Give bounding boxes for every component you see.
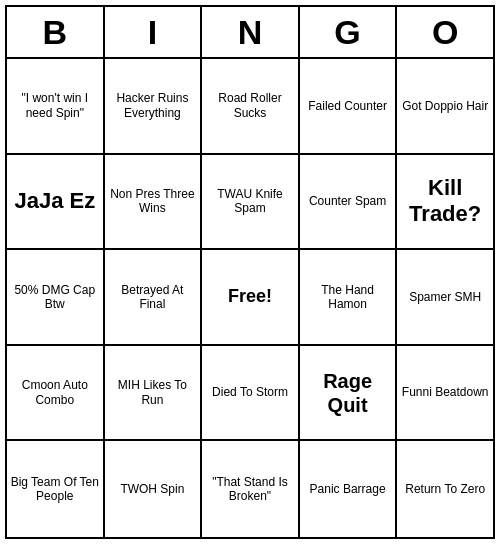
bingo-row-0: "I won't win I need Spin"Hacker Ruins Ev… bbox=[7, 59, 493, 155]
bingo-grid: "I won't win I need Spin"Hacker Ruins Ev… bbox=[7, 59, 493, 537]
bingo-cell-0-4: Got Doppio Hair bbox=[397, 59, 493, 155]
header-letter-n: N bbox=[202, 7, 300, 59]
bingo-cell-0-1: Hacker Ruins Everything bbox=[105, 59, 203, 155]
bingo-cell-2-1: Betrayed At Final bbox=[105, 250, 203, 346]
bingo-header: BINGO bbox=[7, 7, 493, 59]
bingo-cell-1-0: JaJa Ez bbox=[7, 155, 105, 251]
bingo-row-4: Big Team Of Ten PeopleTWOH Spin"That Sta… bbox=[7, 441, 493, 537]
header-letter-g: G bbox=[300, 7, 398, 59]
bingo-cell-1-4: Kill Trade? bbox=[397, 155, 493, 251]
bingo-cell-4-1: TWOH Spin bbox=[105, 441, 203, 537]
bingo-cell-1-1: Non Pres Three Wins bbox=[105, 155, 203, 251]
bingo-row-3: Cmoon Auto ComboMIH Likes To RunDied To … bbox=[7, 346, 493, 442]
bingo-cell-1-2: TWAU Knife Spam bbox=[202, 155, 300, 251]
header-letter-b: B bbox=[7, 7, 105, 59]
bingo-cell-0-2: Road Roller Sucks bbox=[202, 59, 300, 155]
header-letter-i: I bbox=[105, 7, 203, 59]
bingo-cell-4-3: Panic Barrage bbox=[300, 441, 398, 537]
bingo-cell-3-3: Rage Quit bbox=[300, 346, 398, 442]
bingo-cell-2-0: 50% DMG Cap Btw bbox=[7, 250, 105, 346]
bingo-cell-3-4: Funni Beatdown bbox=[397, 346, 493, 442]
bingo-cell-4-0: Big Team Of Ten People bbox=[7, 441, 105, 537]
bingo-cell-1-3: Counter Spam bbox=[300, 155, 398, 251]
bingo-cell-2-3: The Hand Hamon bbox=[300, 250, 398, 346]
bingo-cell-4-4: Return To Zero bbox=[397, 441, 493, 537]
bingo-cell-3-1: MIH Likes To Run bbox=[105, 346, 203, 442]
bingo-cell-0-0: "I won't win I need Spin" bbox=[7, 59, 105, 155]
bingo-cell-3-2: Died To Storm bbox=[202, 346, 300, 442]
header-letter-o: O bbox=[397, 7, 493, 59]
bingo-cell-2-2: Free! bbox=[202, 250, 300, 346]
bingo-card: BINGO "I won't win I need Spin"Hacker Ru… bbox=[5, 5, 495, 539]
bingo-cell-4-2: "That Stand Is Broken" bbox=[202, 441, 300, 537]
bingo-row-1: JaJa EzNon Pres Three WinsTWAU Knife Spa… bbox=[7, 155, 493, 251]
bingo-row-2: 50% DMG Cap BtwBetrayed At FinalFree!The… bbox=[7, 250, 493, 346]
bingo-cell-2-4: Spamer SMH bbox=[397, 250, 493, 346]
bingo-cell-0-3: Failed Counter bbox=[300, 59, 398, 155]
bingo-cell-3-0: Cmoon Auto Combo bbox=[7, 346, 105, 442]
